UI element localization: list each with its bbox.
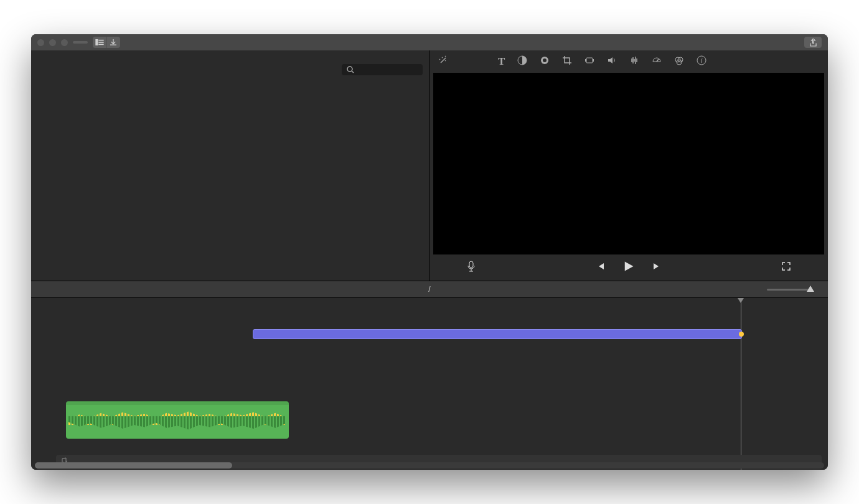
app-window: T i [31, 34, 828, 470]
zoom-dot[interactable] [61, 39, 68, 46]
text-tool-icon[interactable]: T [498, 55, 505, 68]
titlebar [31, 34, 828, 50]
adjust-toolbar: T i [430, 50, 828, 73]
library-toggle-icon[interactable] [93, 37, 106, 48]
fullscreen-icon[interactable] [782, 262, 791, 273]
playhead[interactable] [741, 298, 741, 470]
prev-button[interactable] [596, 262, 605, 273]
svg-rect-1 [98, 40, 103, 41]
close-dot[interactable] [37, 39, 44, 46]
svg-line-12 [657, 59, 659, 62]
backgrounds-grid [31, 79, 429, 281]
preview-viewer[interactable] [433, 73, 824, 254]
voiceover-icon[interactable] [467, 261, 476, 274]
title-clip[interactable] [253, 329, 742, 339]
import-icon[interactable] [106, 37, 120, 48]
svg-point-8 [543, 58, 547, 62]
time-display: / [31, 285, 828, 294]
projects-button[interactable] [73, 41, 88, 44]
next-button[interactable] [652, 262, 661, 273]
svg-rect-3 [98, 44, 103, 45]
crop-icon[interactable] [562, 55, 572, 68]
svg-rect-0 [95, 39, 98, 45]
svg-rect-11 [593, 59, 594, 62]
info-icon[interactable]: i [697, 55, 706, 68]
svg-rect-18 [469, 261, 473, 268]
transport-bar [430, 254, 828, 281]
speed-icon[interactable] [652, 55, 662, 68]
svg-rect-9 [586, 58, 593, 63]
share-button[interactable] [804, 37, 822, 48]
music-clip[interactable] [66, 401, 289, 439]
waveform [66, 405, 289, 430]
horizontal-scrollbar[interactable] [35, 462, 824, 469]
noise-reduction-icon[interactable] [629, 55, 639, 68]
svg-line-5 [352, 71, 354, 73]
timeline-header: / [31, 281, 828, 298]
svg-text:i: i [701, 57, 703, 64]
svg-rect-2 [98, 42, 103, 43]
svg-point-4 [347, 67, 352, 72]
filters-icon[interactable] [674, 55, 684, 68]
enhance-icon[interactable] [438, 55, 448, 68]
color-balance-icon[interactable] [517, 55, 527, 68]
window-controls [37, 39, 68, 46]
search-input[interactable] [342, 64, 423, 75]
media-tabs [31, 50, 429, 60]
timeline[interactable] [31, 298, 828, 470]
viewer-pane: T i [430, 50, 828, 281]
svg-rect-10 [585, 59, 586, 62]
browser-pane [31, 50, 430, 281]
play-button[interactable] [622, 260, 635, 275]
stabilize-icon[interactable] [584, 55, 594, 68]
volume-icon[interactable] [607, 55, 617, 68]
zoom-slider[interactable] [767, 289, 810, 291]
color-correction-icon[interactable] [540, 55, 550, 68]
minimize-dot[interactable] [49, 39, 56, 46]
